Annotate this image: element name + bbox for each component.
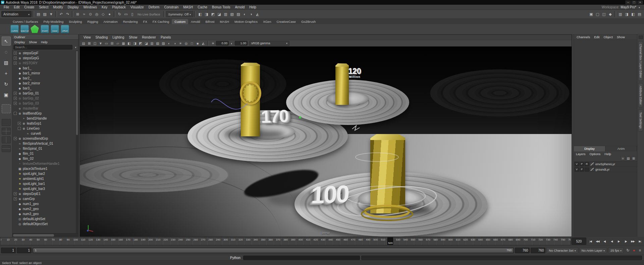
shelf-tab-fx[interactable]: FX xyxy=(141,19,150,24)
tab-attribute-editor[interactable]: Attribute Editor xyxy=(638,83,643,107)
shelf-item-cutme[interactable]: cutMe xyxy=(10,25,19,32)
open-scene-icon[interactable]: ▨ xyxy=(42,11,48,17)
gamma-field[interactable]: 1.00 xyxy=(235,41,248,46)
menu-mash[interactable]: MASH xyxy=(181,5,195,9)
wireframe-icon[interactable]: ▨ xyxy=(161,41,166,46)
expand-icon[interactable]: + xyxy=(14,192,17,195)
outliner-item-spotlight-bar2[interactable]: ☀spotLight_bar2 xyxy=(12,171,78,176)
outliner-item-screensbendgrp[interactable]: +⊕screensBendGrp xyxy=(12,136,78,141)
show-tool-settings-icon[interactable]: ◧ xyxy=(630,11,636,17)
menu-key[interactable]: Key xyxy=(99,5,110,9)
outliner-horizontal-scrollbar[interactable] xyxy=(12,233,78,237)
expand-icon[interactable]: + xyxy=(14,57,17,60)
outliner-menu-help[interactable]: Help xyxy=(39,40,50,44)
channel-menu-edit[interactable]: Edit xyxy=(592,35,601,39)
current-frame-marker[interactable]: 520 xyxy=(387,238,393,245)
manipulator-handle[interactable] xyxy=(299,117,301,118)
panel-menu-shading[interactable]: Shading xyxy=(93,36,110,39)
outliner-menu-display[interactable]: Display xyxy=(12,40,27,44)
shelf-item-green-poly[interactable] xyxy=(30,25,39,33)
gold-bar-front[interactable] xyxy=(370,138,405,213)
shelf-tab-poly-modeling[interactable]: Poly Modeling xyxy=(41,19,66,24)
expand-icon[interactable]: + xyxy=(14,97,17,100)
layer-row-groundlyr[interactable]: VPgroundLyr xyxy=(574,167,637,172)
outliner-item-stepsgrpf[interactable]: +⊕stepsGrpF xyxy=(12,51,78,56)
panel-menu-renderer[interactable]: Renderer xyxy=(140,36,158,39)
outliner-item-history[interactable]: +⊕HISTORY xyxy=(12,61,78,66)
menu-bonus-tools[interactable]: Bonus Tools xyxy=(210,5,232,9)
range-slider-bar[interactable]: 1 760 xyxy=(33,248,513,253)
last-tool-icon[interactable] xyxy=(2,104,11,113)
snap-point-icon[interactable]: ⊙ xyxy=(87,11,94,17)
collapse-icon[interactable]: - xyxy=(18,127,21,130)
wireframe-display-icon[interactable]: ◧ xyxy=(197,11,203,17)
command-language-toggle[interactable]: Python xyxy=(227,256,243,260)
sidebar-collapse-icon[interactable] xyxy=(639,36,643,39)
motion-blur-icon[interactable]: ■ xyxy=(195,41,200,46)
animation-preferences-icon[interactable]: ≡ xyxy=(637,248,643,253)
outliner-item-bar3[interactable]: ◆bar3_ xyxy=(12,86,78,91)
shelf-item-invert[interactable]: invert xyxy=(40,25,49,32)
menu-visualize[interactable]: Visualize xyxy=(128,5,146,9)
lighting-icon[interactable]: ☀ xyxy=(178,41,183,46)
hypershade-icon[interactable]: ◫ xyxy=(601,11,607,17)
move-tool-icon[interactable]: + xyxy=(2,69,11,78)
outliner-item-camgrp[interactable]: +⊕camGrp xyxy=(12,196,78,201)
snap-grid-icon[interactable]: ⊞ xyxy=(74,11,81,17)
undo-icon[interactable]: ↶ xyxy=(58,11,64,17)
panel-menu-view[interactable]: View xyxy=(81,36,93,39)
animation-start-field[interactable]: 1 xyxy=(17,248,32,253)
expand-icon[interactable]: + xyxy=(18,122,21,125)
layers-menu-layers[interactable]: Layers xyxy=(574,152,588,156)
exposure-field[interactable]: 0.00 xyxy=(216,41,229,46)
workspace-value[interactable]: May9 Pro* xyxy=(621,5,636,9)
range-slider-track[interactable]: 1 760 xyxy=(33,248,514,253)
resolution-gate-icon[interactable]: ◨ xyxy=(132,41,138,46)
outliner-item-texturedeformerhandle1[interactable]: +textureDeformerHandle1 xyxy=(12,161,78,166)
gamma-icon[interactable]: ◐ xyxy=(229,41,234,46)
2d-pan-zoom-icon[interactable]: ⊞ xyxy=(109,41,115,46)
menu-constrain[interactable]: Constrain xyxy=(162,5,181,9)
layer-visibility-toggle[interactable]: V xyxy=(575,168,579,172)
expand-icon[interactable]: + xyxy=(14,137,17,140)
select-tool-icon[interactable]: ↖ xyxy=(2,37,11,46)
textured-icon[interactable]: ◑ xyxy=(172,41,177,46)
shelf-item-offset[interactable]: offset xyxy=(60,25,69,32)
shaded-display-icon[interactable]: ◨ xyxy=(203,11,210,17)
snap-view-plane-icon[interactable]: ◇ xyxy=(100,11,106,17)
shaded-icon[interactable]: ◐ xyxy=(166,41,172,46)
play-forwards-button[interactable]: ▶ xyxy=(615,238,622,245)
outliner-item-bend1handle[interactable]: +bend1Handle xyxy=(12,116,78,121)
panel-menu-lighting[interactable]: Lighting xyxy=(110,36,126,39)
ipr-render-icon[interactable]: ▯ xyxy=(129,11,136,17)
menu-modify[interactable]: Modify xyxy=(51,5,65,9)
current-time-field[interactable]: 520 xyxy=(572,238,586,245)
tab-tool-settings[interactable]: Tool Settings xyxy=(638,110,643,131)
safe-action-icon[interactable]: ▥ xyxy=(149,41,155,46)
gold-bar-back[interactable] xyxy=(335,65,349,105)
outliner-menu-show[interactable]: Show xyxy=(27,40,39,44)
shelf-item-wavcut[interactable]: wavCut xyxy=(20,25,29,32)
outliner-item-linegeo[interactable]: -⊕LineGeo xyxy=(12,126,78,131)
symmetry-dropdown[interactable]: Symmetry: Off xyxy=(166,11,194,17)
shelf-tab-fx-caching[interactable]: FX Caching xyxy=(150,19,172,24)
ipr-render-current-icon[interactable]: ▢ xyxy=(594,11,601,17)
new-empty-layer-icon[interactable]: ▤ xyxy=(626,156,631,160)
layer-color-swatch[interactable] xyxy=(590,162,595,166)
anim-layer-dropdown[interactable]: No Anim Layer xyxy=(579,248,607,253)
outliner-item-film-02[interactable]: ◆film_02 xyxy=(12,156,78,161)
lighting-display-icon[interactable]: ◪ xyxy=(216,11,222,17)
outliner-item-defaultlightset[interactable]: ◎defaultLightSet xyxy=(12,216,78,221)
menu-cache[interactable]: Cache xyxy=(195,5,210,9)
scale-tool-icon[interactable]: ▣ xyxy=(2,90,11,99)
outliner-vertical-scrollbar[interactable] xyxy=(76,50,78,233)
menu-windows[interactable]: Windows xyxy=(81,5,99,9)
collapse-icon[interactable]: - xyxy=(14,112,17,115)
shelf-tab-xgen[interactable]: XGen xyxy=(260,19,274,24)
menu-file[interactable]: File xyxy=(1,5,11,9)
menu-arnold[interactable]: Arnold xyxy=(232,5,247,9)
layout-single-pane-button[interactable] xyxy=(2,119,11,126)
gate-mask-icon[interactable]: ◩ xyxy=(138,41,143,46)
screen-ao-icon[interactable]: ▧ xyxy=(229,11,235,17)
construction-history-icon[interactable]: ↻ xyxy=(116,11,123,17)
